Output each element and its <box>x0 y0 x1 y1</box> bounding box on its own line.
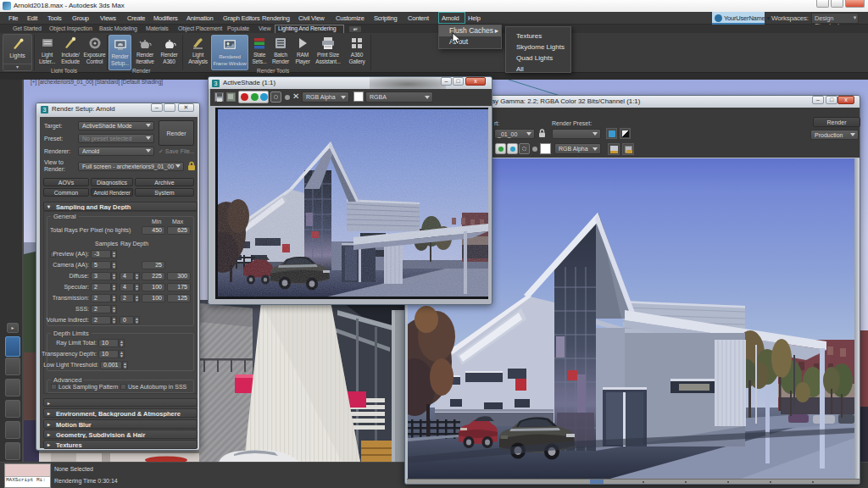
svg-text:[+] [archexteriors9_01_00] [St: [+] [archexteriors9_01_00] [Standard] [D… <box>31 79 163 86</box>
